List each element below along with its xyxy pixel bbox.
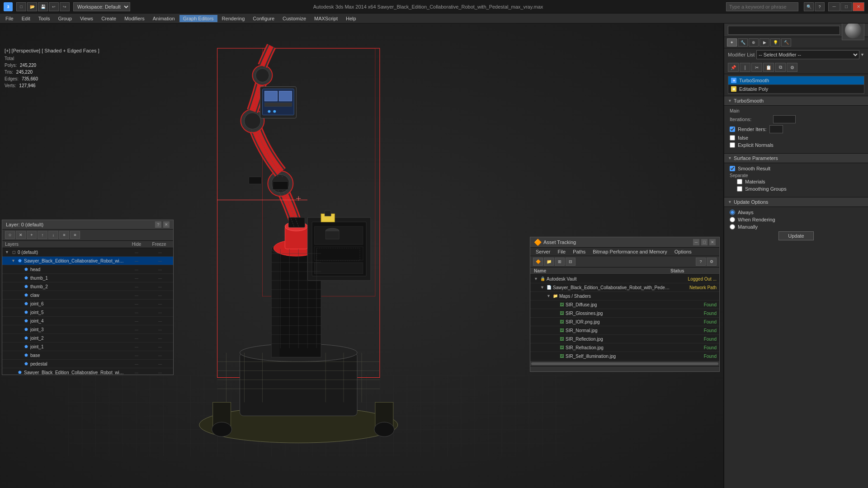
asset-menu-bitmap[interactable]: Bitmap Performance and Memory bbox=[590, 249, 670, 255]
asset-maximize-btn[interactable]: □ bbox=[701, 239, 708, 245]
menu-rendering[interactable]: Rendering bbox=[218, 15, 249, 22]
asset-row[interactable]: 🖼SIR_Refraction.jpgFound bbox=[530, 343, 719, 352]
redo-btn[interactable]: ↪ bbox=[60, 2, 70, 11]
menu-customize[interactable]: Customize bbox=[279, 15, 310, 22]
layer-row[interactable]: ⬟thumb_1—— bbox=[2, 274, 173, 282]
layer-row[interactable]: ⬟joint_5—— bbox=[2, 308, 173, 317]
asset-row[interactable]: 🖼SIR_IOR.png.jpgFound bbox=[530, 318, 719, 326]
layer-row[interactable]: ⬟thumb_2—— bbox=[2, 282, 173, 291]
layer-help-btn[interactable]: ? bbox=[155, 221, 161, 228]
layer-row[interactable]: ▼◻0 (default)—— bbox=[2, 248, 173, 257]
asset-scrollbar-track[interactable] bbox=[531, 362, 718, 365]
explicit-normals-checkbox[interactable] bbox=[730, 142, 735, 148]
menu-animation[interactable]: Animation bbox=[149, 15, 179, 22]
smoothing-groups-checkbox[interactable] bbox=[737, 186, 742, 192]
materials-checkbox[interactable] bbox=[737, 179, 742, 184]
asset-row[interactable]: 🖼SIR_Diffuse.jpgFound bbox=[530, 300, 719, 309]
menu-maxscript[interactable]: MAXScript bbox=[311, 15, 341, 22]
search-icon[interactable]: 🔍 bbox=[804, 2, 814, 11]
asset-scrollbar-bottom[interactable] bbox=[530, 366, 719, 371]
new-btn[interactable]: □ bbox=[16, 2, 26, 11]
tab-display[interactable]: 💡 bbox=[770, 38, 780, 47]
layer-row[interactable]: ⬟joint_4—— bbox=[2, 317, 173, 325]
asset-help-btn[interactable]: ? bbox=[696, 258, 706, 266]
menu-configure[interactable]: Configure bbox=[249, 15, 278, 22]
menu-file[interactable]: File bbox=[2, 15, 17, 22]
layer-row[interactable]: ⬟joint_6—— bbox=[2, 300, 173, 308]
tab-motion[interactable]: ▶ bbox=[760, 38, 769, 47]
menu-modifiers[interactable]: Modifiers bbox=[121, 15, 148, 22]
tab-modify[interactable]: 🔧 bbox=[738, 38, 748, 47]
asset-btn-1[interactable]: 🔶 bbox=[533, 258, 543, 266]
layer-btn-7[interactable]: ≡ bbox=[70, 231, 80, 239]
asset-row[interactable]: ▼📁Maps / Shaders bbox=[530, 292, 719, 300]
asset-menu-server[interactable]: Server bbox=[533, 249, 553, 255]
asset-row[interactable]: ▼📄Sawyer_Black_Edition_Collaborative_Rob… bbox=[530, 283, 719, 292]
iterations-input[interactable]: 0 bbox=[773, 115, 796, 123]
menu-create[interactable]: Create bbox=[98, 15, 120, 22]
close-btn[interactable]: ✕ bbox=[853, 2, 864, 11]
cut-modifier[interactable]: ✂ bbox=[751, 63, 762, 72]
layer-row[interactable]: ⬟joint_1—— bbox=[2, 343, 173, 351]
modifier-editable-poly[interactable]: ▣ Editable Poly bbox=[728, 85, 864, 94]
tab-hierarchy[interactable]: ⊕ bbox=[749, 38, 759, 47]
asset-menu-file[interactable]: File bbox=[555, 249, 568, 255]
copy-modifier[interactable]: ⧉ bbox=[775, 63, 786, 72]
layer-btn-1[interactable]: ☆ bbox=[5, 231, 15, 239]
layer-expand-icon[interactable]: ▼ bbox=[5, 250, 9, 254]
pin-modifier[interactable]: 📌 bbox=[728, 63, 739, 72]
asset-btn-2[interactable]: 📁 bbox=[544, 258, 554, 266]
turbosmooth-section-header[interactable]: ▼ TurboSmooth bbox=[724, 96, 868, 106]
asset-row[interactable]: 🖼SIR_Self_illumination.jpgFound bbox=[530, 352, 719, 361]
asset-minimize-btn[interactable]: ─ bbox=[693, 239, 699, 245]
search-input[interactable] bbox=[726, 2, 798, 11]
smooth-result-checkbox[interactable] bbox=[730, 166, 735, 171]
layer-expand-icon[interactable]: ▼ bbox=[11, 258, 16, 263]
tab-create[interactable]: ✦ bbox=[727, 38, 737, 47]
update-options-header[interactable]: ▼ Update Options bbox=[724, 197, 868, 207]
workspace-dropdown[interactable]: Workspace: Default bbox=[73, 2, 130, 11]
layer-row[interactable]: ⬟joint_2—— bbox=[2, 334, 173, 343]
layer-row[interactable]: ⬟head—— bbox=[2, 265, 173, 274]
toggle-modifier[interactable]: | bbox=[740, 63, 750, 72]
menu-edit[interactable]: Edit bbox=[18, 15, 34, 22]
paste-modifier[interactable]: 📋 bbox=[763, 63, 774, 72]
asset-btn-4[interactable]: ⊟ bbox=[566, 258, 576, 266]
asset-row[interactable]: 🖼SIR_Glossines.jpgFound bbox=[530, 309, 719, 318]
update-button[interactable]: Update bbox=[778, 231, 813, 240]
menu-tools[interactable]: Tools bbox=[35, 15, 54, 22]
menu-views[interactable]: Views bbox=[76, 15, 97, 22]
menu-group[interactable]: Group bbox=[54, 15, 75, 22]
asset-row[interactable]: ▼🔒Autodesk VaultLogged Out ... bbox=[530, 275, 719, 283]
asset-expand-icon[interactable]: ▼ bbox=[534, 277, 538, 281]
isoline-checkbox[interactable] bbox=[730, 135, 735, 141]
modifier-dropdown[interactable]: -- Select Modifier -- bbox=[756, 50, 859, 59]
surface-params-header[interactable]: ▼ Surface Parameters bbox=[724, 153, 868, 163]
layer-row[interactable]: ⬟pedestal—— bbox=[2, 360, 173, 368]
asset-menu-options[interactable]: Options bbox=[672, 249, 694, 255]
layer-btn-3[interactable]: + bbox=[27, 231, 37, 239]
undo-btn[interactable]: ↩ bbox=[49, 2, 59, 11]
layer-row[interactable]: ⬟claw—— bbox=[2, 291, 173, 300]
object-name-input[interactable]: base bbox=[728, 26, 840, 35]
layer-btn-4[interactable]: ↑ bbox=[38, 231, 47, 239]
asset-btn-3[interactable]: ⊞ bbox=[555, 258, 565, 266]
render-iters-value[interactable]: 2 bbox=[769, 125, 783, 133]
asset-row[interactable]: 🖼SIR_Normal.jpgFound bbox=[530, 326, 719, 335]
help-icon[interactable]: ? bbox=[815, 2, 825, 11]
asset-menu-paths[interactable]: Paths bbox=[570, 249, 588, 255]
render-iters-checkbox[interactable] bbox=[730, 127, 735, 132]
minimize-btn[interactable]: ─ bbox=[828, 2, 840, 11]
menu-help[interactable]: Help bbox=[342, 15, 360, 22]
layer-close-btn[interactable]: ✕ bbox=[163, 221, 170, 228]
layer-btn-2[interactable]: ✕ bbox=[16, 231, 26, 239]
layer-row[interactable]: ⬟base—— bbox=[2, 351, 173, 360]
layer-btn-5[interactable]: ↓ bbox=[48, 231, 58, 239]
save-btn[interactable]: 💾 bbox=[38, 2, 48, 11]
always-radio[interactable] bbox=[730, 210, 735, 215]
modifier-list-arrow[interactable]: ▼ bbox=[860, 52, 864, 57]
tab-utilities[interactable]: 🔨 bbox=[781, 38, 791, 47]
layer-row[interactable]: ▼⬟Sawyer_Black_Edition_Collaborative_Rob… bbox=[2, 257, 173, 265]
asset-row[interactable]: 🖼SIR_Reflection.jpgFound bbox=[530, 335, 719, 343]
layer-btn-6[interactable]: ≡ bbox=[59, 231, 69, 239]
